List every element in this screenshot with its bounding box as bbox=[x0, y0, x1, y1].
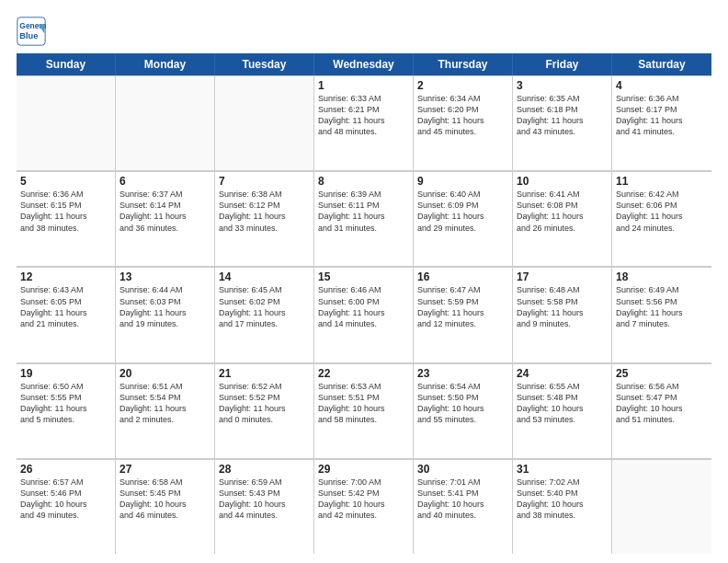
day-number: 9 bbox=[417, 175, 508, 188]
calendar-day: 12Sunrise: 6:43 AMSunset: 6:05 PMDayligh… bbox=[17, 268, 116, 362]
weekday-header: Tuesday bbox=[215, 53, 314, 75]
day-info: Sunrise: 6:40 AMSunset: 6:09 PMDaylight:… bbox=[417, 189, 508, 234]
calendar-day: 4Sunrise: 6:36 AMSunset: 6:17 PMDaylight… bbox=[612, 76, 711, 170]
calendar-day: 30Sunrise: 7:01 AMSunset: 5:41 PMDayligh… bbox=[414, 460, 513, 554]
calendar-day: 26Sunrise: 6:57 AMSunset: 5:46 PMDayligh… bbox=[17, 460, 116, 554]
day-number: 30 bbox=[417, 463, 508, 476]
day-number: 20 bbox=[119, 367, 210, 380]
day-info: Sunrise: 6:51 AMSunset: 5:54 PMDaylight:… bbox=[119, 381, 210, 426]
day-number: 1 bbox=[318, 79, 409, 92]
day-number: 13 bbox=[119, 270, 210, 283]
day-number: 14 bbox=[219, 270, 310, 283]
weekday-header: Monday bbox=[116, 53, 215, 75]
day-info: Sunrise: 6:52 AMSunset: 5:52 PMDaylight:… bbox=[219, 381, 310, 426]
day-info: Sunrise: 6:41 AMSunset: 6:08 PMDaylight:… bbox=[517, 189, 608, 234]
calendar-week: 5Sunrise: 6:36 AMSunset: 6:15 PMDaylight… bbox=[17, 171, 711, 267]
calendar-day: 23Sunrise: 6:54 AMSunset: 5:50 PMDayligh… bbox=[414, 364, 513, 458]
day-number: 2 bbox=[417, 79, 508, 92]
calendar-day: 13Sunrise: 6:44 AMSunset: 6:03 PMDayligh… bbox=[116, 268, 215, 362]
calendar-week: 19Sunrise: 6:50 AMSunset: 5:55 PMDayligh… bbox=[17, 363, 711, 459]
calendar-day: 2Sunrise: 6:34 AMSunset: 6:20 PMDaylight… bbox=[414, 76, 513, 170]
day-info: Sunrise: 6:36 AMSunset: 6:17 PMDaylight:… bbox=[616, 93, 708, 138]
calendar-day: 15Sunrise: 6:46 AMSunset: 6:00 PMDayligh… bbox=[314, 268, 414, 362]
day-info: Sunrise: 6:57 AMSunset: 5:46 PMDaylight:… bbox=[20, 477, 111, 522]
calendar-day: 18Sunrise: 6:49 AMSunset: 5:56 PMDayligh… bbox=[612, 268, 711, 362]
calendar-day: 10Sunrise: 6:41 AMSunset: 6:08 PMDayligh… bbox=[513, 172, 612, 266]
day-number: 31 bbox=[517, 463, 608, 476]
page: General Blue SundayMondayTuesdayWednesda… bbox=[0, 0, 728, 563]
day-info: Sunrise: 6:58 AMSunset: 5:45 PMDaylight:… bbox=[119, 477, 210, 522]
day-number: 21 bbox=[219, 367, 310, 380]
day-info: Sunrise: 6:34 AMSunset: 6:20 PMDaylight:… bbox=[417, 93, 508, 138]
empty-cell bbox=[17, 76, 116, 170]
calendar-day: 6Sunrise: 6:37 AMSunset: 6:14 PMDaylight… bbox=[116, 172, 215, 266]
calendar: SundayMondayTuesdayWednesdayThursdayFrid… bbox=[17, 53, 711, 554]
day-number: 28 bbox=[219, 463, 310, 476]
calendar-week: 1Sunrise: 6:33 AMSunset: 6:21 PMDaylight… bbox=[17, 75, 711, 171]
day-number: 7 bbox=[219, 175, 310, 188]
calendar-day: 14Sunrise: 6:45 AMSunset: 6:02 PMDayligh… bbox=[215, 268, 314, 362]
calendar-day: 27Sunrise: 6:58 AMSunset: 5:45 PMDayligh… bbox=[116, 460, 215, 554]
day-number: 5 bbox=[20, 175, 111, 188]
day-info: Sunrise: 6:42 AMSunset: 6:06 PMDaylight:… bbox=[616, 189, 708, 234]
calendar-day: 9Sunrise: 6:40 AMSunset: 6:09 PMDaylight… bbox=[414, 172, 513, 266]
weekday-header: Friday bbox=[513, 53, 612, 75]
day-number: 23 bbox=[417, 367, 508, 380]
day-number: 29 bbox=[318, 463, 409, 476]
day-number: 8 bbox=[318, 175, 409, 188]
day-number: 6 bbox=[119, 175, 210, 188]
svg-text:Blue: Blue bbox=[19, 31, 38, 40]
day-number: 27 bbox=[119, 463, 210, 476]
day-number: 24 bbox=[517, 367, 608, 380]
empty-cell bbox=[215, 76, 314, 170]
day-info: Sunrise: 6:49 AMSunset: 5:56 PMDaylight:… bbox=[616, 284, 708, 329]
day-info: Sunrise: 6:45 AMSunset: 6:02 PMDaylight:… bbox=[219, 284, 310, 329]
day-info: Sunrise: 6:56 AMSunset: 5:47 PMDaylight:… bbox=[616, 381, 708, 426]
day-info: Sunrise: 6:47 AMSunset: 5:59 PMDaylight:… bbox=[417, 284, 508, 329]
calendar-day: 11Sunrise: 6:42 AMSunset: 6:06 PMDayligh… bbox=[612, 172, 711, 266]
calendar-day: 29Sunrise: 7:00 AMSunset: 5:42 PMDayligh… bbox=[314, 460, 414, 554]
day-number: 16 bbox=[417, 270, 508, 283]
calendar-day: 22Sunrise: 6:53 AMSunset: 5:51 PMDayligh… bbox=[314, 364, 414, 458]
day-info: Sunrise: 7:00 AMSunset: 5:42 PMDaylight:… bbox=[318, 477, 409, 522]
day-number: 17 bbox=[517, 270, 608, 283]
logo: General Blue bbox=[17, 17, 46, 46]
day-info: Sunrise: 6:55 AMSunset: 5:48 PMDaylight:… bbox=[517, 381, 608, 426]
day-info: Sunrise: 7:02 AMSunset: 5:40 PMDaylight:… bbox=[517, 477, 608, 522]
calendar-body: 1Sunrise: 6:33 AMSunset: 6:21 PMDaylight… bbox=[17, 75, 711, 554]
empty-cell bbox=[612, 460, 711, 554]
weekday-header: Wednesday bbox=[314, 53, 414, 75]
calendar-header: SundayMondayTuesdayWednesdayThursdayFrid… bbox=[17, 53, 711, 75]
day-info: Sunrise: 6:36 AMSunset: 6:15 PMDaylight:… bbox=[20, 189, 111, 234]
calendar-day: 24Sunrise: 6:55 AMSunset: 5:48 PMDayligh… bbox=[513, 364, 612, 458]
day-number: 10 bbox=[517, 175, 608, 188]
weekday-header: Sunday bbox=[17, 53, 116, 75]
weekday-header: Thursday bbox=[414, 53, 513, 75]
day-number: 15 bbox=[318, 270, 409, 283]
calendar-day: 8Sunrise: 6:39 AMSunset: 6:11 PMDaylight… bbox=[314, 172, 414, 266]
day-info: Sunrise: 6:59 AMSunset: 5:43 PMDaylight:… bbox=[219, 477, 310, 522]
day-info: Sunrise: 6:37 AMSunset: 6:14 PMDaylight:… bbox=[119, 189, 210, 234]
day-info: Sunrise: 6:35 AMSunset: 6:18 PMDaylight:… bbox=[517, 93, 608, 138]
calendar-day: 20Sunrise: 6:51 AMSunset: 5:54 PMDayligh… bbox=[116, 364, 215, 458]
empty-cell bbox=[116, 76, 215, 170]
calendar-day: 5Sunrise: 6:36 AMSunset: 6:15 PMDaylight… bbox=[17, 172, 116, 266]
calendar-day: 31Sunrise: 7:02 AMSunset: 5:40 PMDayligh… bbox=[513, 460, 612, 554]
day-number: 26 bbox=[20, 463, 111, 476]
calendar-day: 3Sunrise: 6:35 AMSunset: 6:18 PMDaylight… bbox=[513, 76, 612, 170]
weekday-header: Saturday bbox=[612, 53, 711, 75]
calendar-day: 25Sunrise: 6:56 AMSunset: 5:47 PMDayligh… bbox=[612, 364, 711, 458]
calendar-week: 12Sunrise: 6:43 AMSunset: 6:05 PMDayligh… bbox=[17, 267, 711, 362]
day-info: Sunrise: 6:54 AMSunset: 5:50 PMDaylight:… bbox=[417, 381, 508, 426]
logo-icon: General Blue bbox=[17, 17, 46, 46]
day-number: 12 bbox=[20, 270, 111, 283]
day-info: Sunrise: 6:43 AMSunset: 6:05 PMDaylight:… bbox=[20, 284, 111, 329]
calendar-day: 21Sunrise: 6:52 AMSunset: 5:52 PMDayligh… bbox=[215, 364, 314, 458]
day-number: 25 bbox=[616, 367, 708, 380]
day-number: 4 bbox=[616, 79, 708, 92]
day-info: Sunrise: 6:50 AMSunset: 5:55 PMDaylight:… bbox=[20, 381, 111, 426]
calendar-week: 26Sunrise: 6:57 AMSunset: 5:46 PMDayligh… bbox=[17, 459, 711, 554]
calendar-day: 16Sunrise: 6:47 AMSunset: 5:59 PMDayligh… bbox=[414, 268, 513, 362]
day-number: 18 bbox=[616, 270, 708, 283]
calendar-day: 28Sunrise: 6:59 AMSunset: 5:43 PMDayligh… bbox=[215, 460, 314, 554]
